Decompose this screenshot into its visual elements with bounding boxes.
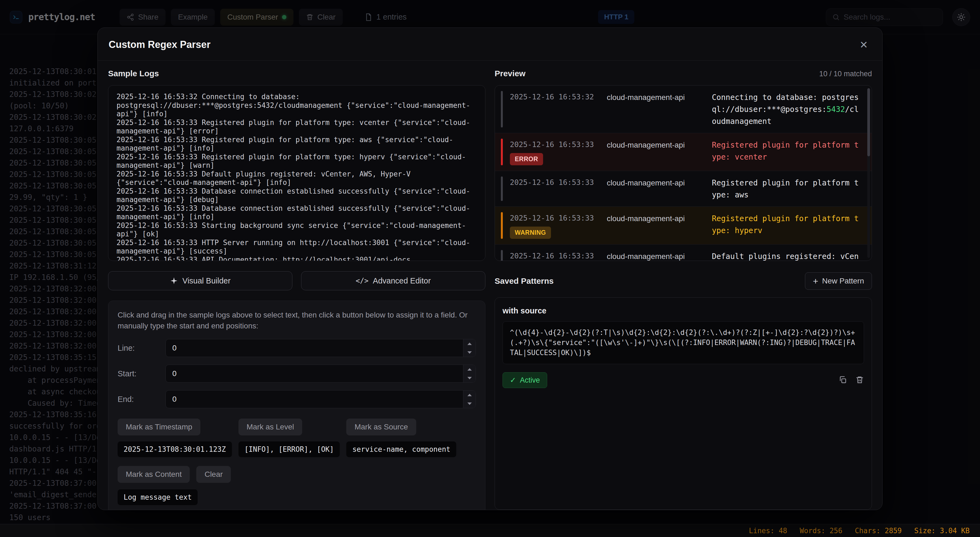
mark-buttons-row2: Mark as Content Clear: [118, 466, 476, 483]
modal-title: Custom Regex Parser: [109, 39, 210, 50]
preview-row: 2025-12-16 16:53:33 cloud-management-api…: [495, 171, 872, 207]
log-timestamp: 2025-12-16 16:53:33: [510, 178, 594, 186]
status-size: Size: 3.04 KB: [915, 527, 970, 535]
trash-icon: [855, 376, 864, 384]
log-content: Default plugins registered: vCenter, AWS…: [712, 250, 861, 261]
line-input[interactable]: [166, 344, 463, 352]
copy-icon: [838, 376, 847, 384]
log-source: cloud-management-api: [607, 91, 705, 127]
mark-as-content-button[interactable]: Mark as Content: [118, 466, 190, 483]
warning-badge: WARNING: [510, 226, 551, 239]
severity-bar: [501, 212, 503, 239]
end-label: End:: [118, 395, 165, 404]
sparkle-icon: [170, 277, 178, 285]
log-content: Connecting to database: postgresql://dbu…: [712, 91, 861, 127]
line-label: Line:: [118, 344, 165, 353]
preview-heading: Preview: [495, 69, 525, 78]
log-content: Registered plugin for platform type: aws: [712, 177, 861, 201]
modal-body: Sample Logs 2025-12-16 16:53:32 Connecti…: [98, 61, 882, 510]
advanced-editor-label: Advanced Editor: [373, 276, 431, 285]
end-stepper[interactable]: [463, 390, 476, 408]
status-chars: Chars: 2859: [855, 527, 902, 535]
copy-pattern-button[interactable]: [838, 376, 847, 385]
sample-logs-heading: Sample Logs: [108, 69, 485, 78]
mark-as-timestamp-button[interactable]: Mark as Timestamp: [118, 419, 200, 435]
content-example-chip: Log message text: [118, 489, 197, 505]
sample-logs-column: Sample Logs 2025-12-16 16:53:32 Connecti…: [108, 62, 485, 510]
error-badge: ERROR: [510, 153, 543, 165]
log-content: Registered plugin for platform type: vce…: [712, 139, 861, 165]
severity-bar: [501, 250, 503, 261]
status-words: Words: 256: [800, 527, 843, 535]
log-timestamp: 2025-12-16 16:53:33: [510, 214, 594, 222]
preview-log-list: 2025-12-16 16:53:32 cloud-management-api…: [495, 85, 872, 261]
log-source: cloud-management-api: [607, 177, 705, 201]
mark-as-source-button[interactable]: Mark as Source: [346, 419, 416, 435]
severity-bar: [501, 177, 503, 201]
stepper-up-icon[interactable]: [463, 339, 476, 348]
tab-advanced-editor[interactable]: </> Advanced Editor: [301, 271, 485, 290]
preview-row: 2025-12-16 16:53:32 cloud-management-api…: [495, 86, 872, 133]
severity-bar: [501, 91, 503, 127]
severity-bar: [501, 139, 503, 165]
visual-builder-label: Visual Builder: [182, 276, 231, 285]
source-example-chip: service-name, component: [346, 441, 456, 457]
log-timestamp: 2025-12-16 16:53:33: [510, 252, 594, 260]
stepper-up-icon[interactable]: [463, 365, 476, 374]
log-source: cloud-management-api: [607, 139, 705, 165]
pattern-regex: ^(\d{4}-\d{2}-\d{2}(?:T|\s)\d{2}:\d{2}:\…: [503, 321, 864, 364]
new-pattern-label: New Pattern: [822, 277, 864, 285]
active-label: Active: [520, 376, 540, 384]
saved-patterns-list: with source ^(\d{4}-\d{2}-\d{2}(?:T|\s)\…: [495, 297, 872, 510]
end-input[interactable]: [166, 395, 463, 403]
start-input-wrap: [165, 365, 476, 382]
stepper-up-icon[interactable]: [463, 390, 476, 399]
line-input-wrap: [165, 339, 476, 357]
preview-row-error: 2025-12-16 16:53:33 ERROR cloud-manageme…: [495, 133, 872, 171]
modal-header: Custom Regex Parser ×: [98, 28, 882, 61]
start-label: Start:: [118, 369, 165, 378]
close-icon: ×: [860, 38, 867, 51]
field-assignment-panel: Click and drag in the sample logs above …: [108, 301, 485, 510]
timestamp-example-chip: 2025-12-13T08:30:01.123Z: [118, 441, 232, 457]
preview-column: Preview 10 / 10 matched 2025-12-16 16:53…: [495, 62, 872, 510]
end-field-row: End:: [118, 390, 476, 408]
pattern-active-toggle[interactable]: ✓ Active: [503, 372, 547, 388]
preview-scrollbar-track: [867, 88, 870, 258]
stepper-down-icon[interactable]: [463, 399, 476, 408]
assignment-instructions: Click and drag in the sample logs above …: [118, 310, 476, 331]
status-lines: Lines: 48: [749, 527, 787, 535]
close-button[interactable]: ×: [856, 37, 871, 52]
stepper-down-icon[interactable]: [463, 348, 476, 357]
end-input-wrap: [165, 390, 476, 408]
saved-patterns-header-row: Saved Patterns + New Pattern: [495, 272, 872, 290]
match-count: 10 / 10 matched: [819, 70, 872, 78]
pattern-name: with source: [503, 306, 864, 316]
sample-logs-textarea[interactable]: 2025-12-16 16:53:32 Connecting to databa…: [108, 85, 485, 261]
level-example-chip: [INFO], [ERROR], [OK]: [239, 441, 340, 457]
saved-patterns-heading: Saved Patterns: [495, 276, 554, 286]
clear-assignments-button[interactable]: Clear: [196, 466, 231, 483]
log-timestamp: 2025-12-16 16:53:32: [510, 92, 594, 101]
log-source: cloud-management-api: [607, 250, 705, 261]
preview-header-row: Preview 10 / 10 matched: [495, 69, 872, 78]
pattern-card-actions: [838, 376, 864, 385]
line-stepper[interactable]: [463, 339, 476, 357]
stepper-down-icon[interactable]: [463, 374, 476, 382]
log-timestamp: 2025-12-16 16:53:33: [510, 140, 594, 149]
start-input[interactable]: [166, 369, 463, 378]
preview-scrollbar[interactable]: [867, 88, 870, 156]
start-field-row: Start:: [118, 365, 476, 382]
preview-row: 2025-12-16 16:53:33 cloud-management-api…: [495, 245, 872, 261]
custom-regex-parser-modal: Custom Regex Parser × Sample Logs 2025-1…: [97, 27, 883, 510]
tab-visual-builder[interactable]: Visual Builder: [108, 271, 293, 290]
delete-pattern-button[interactable]: [855, 376, 864, 385]
check-icon: ✓: [510, 376, 516, 384]
pattern-card-footer: ✓ Active: [503, 372, 864, 388]
plus-icon: +: [813, 276, 818, 286]
new-pattern-button[interactable]: + New Pattern: [805, 272, 872, 290]
mark-as-level-button[interactable]: Mark as Level: [239, 419, 302, 435]
log-content: Registered plugin for platform type: hyp…: [712, 212, 861, 239]
line-field-row: Line:: [118, 339, 476, 357]
start-stepper[interactable]: [463, 365, 476, 382]
